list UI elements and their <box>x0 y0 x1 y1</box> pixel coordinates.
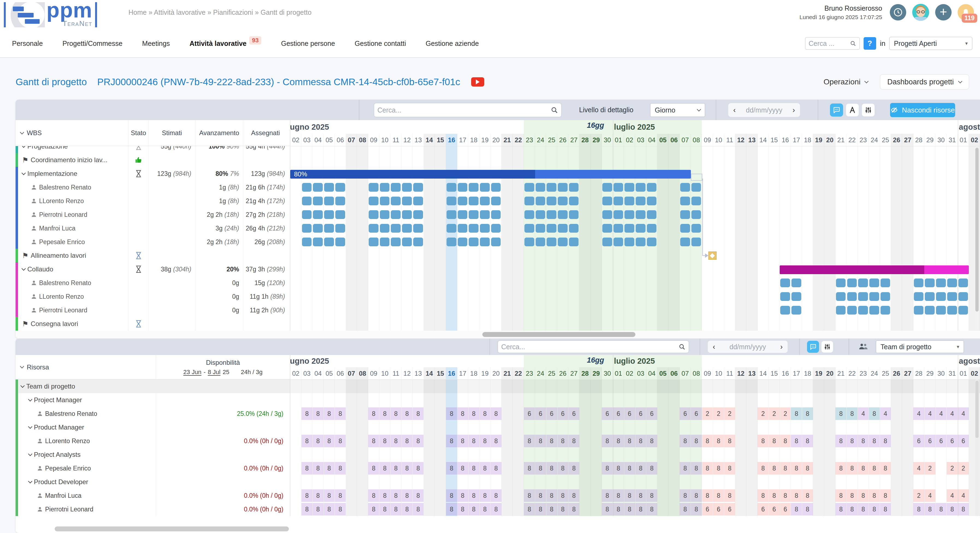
allocation-cell[interactable]: 6 <box>568 408 579 420</box>
resource-name[interactable]: Project Analysts <box>16 448 156 462</box>
task-day-segment[interactable] <box>691 224 701 233</box>
allocation-cell[interactable]: 8 <box>568 503 579 516</box>
nav-item-gestione-contatti[interactable]: Gestione contatti <box>345 38 416 49</box>
task-day-segment[interactable] <box>480 238 490 246</box>
allocation-cell[interactable]: 8 <box>835 462 846 474</box>
allocation-cell[interactable]: 8 <box>413 408 423 420</box>
allocation-cell[interactable]: 8 <box>546 462 557 474</box>
task-day-segment[interactable] <box>302 210 312 219</box>
task-day-segment[interactable] <box>836 279 846 287</box>
allocation-cell[interactable]: 8 <box>324 462 335 474</box>
allocation-cell[interactable]: 8 <box>301 489 312 502</box>
allocation-cell[interactable]: 8 <box>624 503 635 516</box>
allocation-cell[interactable]: 6 <box>947 435 958 447</box>
task-day-segment[interactable] <box>447 183 457 192</box>
allocation-cell[interactable]: 8 <box>602 462 613 474</box>
summary-bar-impl[interactable]: 80% <box>290 170 691 179</box>
allocation-cell[interactable]: 8 <box>869 462 880 474</box>
expand-chevron-icon[interactable] <box>22 171 26 175</box>
wbs-item-name[interactable]: LLorento Renzo <box>16 194 129 208</box>
task-day-segment[interactable] <box>413 210 423 219</box>
allocation-cell[interactable]: 6 <box>557 408 568 420</box>
allocation-cell[interactable]: 8 <box>568 489 579 502</box>
allocation-cell[interactable]: 8 <box>835 408 846 420</box>
resource-row-manfroi-luca[interactable]: Manfroi Luca0.0% (0h / 0g) <box>16 489 290 503</box>
allocation-cell[interactable]: 6 <box>702 503 713 516</box>
nav-item-progetti-commesse[interactable]: Progetti/Commesse <box>53 38 132 49</box>
notifications-bell-icon[interactable]: 119 <box>958 4 974 21</box>
allocation-cell[interactable]: 8 <box>313 489 324 502</box>
task-day-segment[interactable] <box>302 197 312 205</box>
allocation-cell[interactable]: 4 <box>936 408 947 420</box>
task-day-segment[interactable] <box>558 238 568 246</box>
task-day-segment[interactable] <box>791 306 801 314</box>
task-day-segment[interactable] <box>324 224 334 233</box>
task-day-segment[interactable] <box>858 292 868 301</box>
allocation-cell[interactable]: 8 <box>724 489 735 502</box>
allocation-cell[interactable]: 8 <box>913 503 924 516</box>
allocation-cell[interactable]: 8 <box>535 462 546 474</box>
allocation-cell[interactable]: 8 <box>446 462 457 474</box>
task-day-segment[interactable] <box>447 224 457 233</box>
task-day-segment[interactable] <box>536 210 546 219</box>
allocation-cell[interactable]: 8 <box>391 462 401 474</box>
allocation-cell[interactable]: 8 <box>524 503 535 516</box>
allocation-cell[interactable]: 6 <box>624 408 635 420</box>
allocation-cell[interactable]: 8 <box>724 435 735 447</box>
task-day-segment[interactable] <box>914 279 924 287</box>
resource-name[interactable]: Project Manager <box>16 393 156 407</box>
task-day-segment[interactable] <box>413 224 423 233</box>
task-day-segment[interactable] <box>458 224 468 233</box>
allocation-cell[interactable]: 8 <box>301 408 312 420</box>
task-day-segment[interactable] <box>958 279 968 287</box>
allocation-cell[interactable]: 8 <box>524 462 535 474</box>
task-day-segment[interactable] <box>335 197 345 205</box>
allocation-cell[interactable]: 8 <box>791 435 802 447</box>
task-day-segment[interactable] <box>313 197 323 205</box>
allocation-cell[interactable]: 8 <box>368 435 379 447</box>
task-day-segment[interactable] <box>335 210 345 219</box>
task-day-segment[interactable] <box>936 306 946 314</box>
allocation-cell[interactable]: 8 <box>635 503 646 516</box>
allocation-cell[interactable]: 8 <box>769 489 780 502</box>
task-day-segment[interactable] <box>614 224 624 233</box>
allocation-cell[interactable]: 8 <box>858 489 869 502</box>
resource-name[interactable]: Balestreno Renato <box>16 407 156 420</box>
allocation-cell[interactable]: 8 <box>490 462 501 474</box>
task-day-segment[interactable] <box>636 238 646 246</box>
allocation-cell[interactable]: 8 <box>324 503 335 516</box>
allocation-cell[interactable]: 8 <box>780 489 791 502</box>
allocation-cell[interactable]: 2 <box>947 462 958 474</box>
task-day-segment[interactable] <box>558 224 568 233</box>
allocation-cell[interactable]: 8 <box>646 489 657 502</box>
allocation-cell[interactable]: 8 <box>324 435 335 447</box>
allocation-cell[interactable]: 8 <box>546 435 557 447</box>
allocation-cell[interactable]: 8 <box>802 489 813 502</box>
task-day-segment[interactable] <box>536 197 546 205</box>
allocation-cell[interactable]: 8 <box>546 489 557 502</box>
allocation-cell[interactable]: 8 <box>490 503 501 516</box>
wbs-item-name[interactable]: LLorento Renzo <box>16 290 129 303</box>
allocation-cell[interactable]: 8 <box>846 462 858 474</box>
wbs-item-name[interactable]: ⚑Consegna lavori <box>16 317 129 331</box>
nav-item-meetings[interactable]: Meetings <box>132 38 180 49</box>
task-day-segment[interactable] <box>335 224 345 233</box>
allocation-cell[interactable]: 8 <box>702 435 713 447</box>
allocation-cell[interactable]: 8 <box>557 462 568 474</box>
task-day-segment[interactable] <box>624 224 634 233</box>
allocation-cell[interactable]: 8 <box>702 489 713 502</box>
resources-date-navigator[interactable]: ‹ dd/mm/yyyy › <box>708 341 788 353</box>
allocation-cell[interactable]: 6 <box>958 435 969 447</box>
task-day-segment[interactable] <box>469 210 479 219</box>
wbs-header-cell[interactable]: WBS <box>16 120 129 146</box>
task-day-segment[interactable] <box>380 224 390 233</box>
task-day-segment[interactable] <box>369 197 379 205</box>
project-title[interactable]: PRJ00000246 (PNW-7b-49-222-8ad-233) - Co… <box>97 76 460 87</box>
allocation-cell[interactable]: 8 <box>391 489 401 502</box>
allocation-cell[interactable]: 8 <box>480 503 490 516</box>
task-day-segment[interactable] <box>547 197 557 205</box>
allocation-cell[interactable]: 8 <box>413 462 423 474</box>
wbs-row-balestreno-renato[interactable]: Balestreno Renato0g15g(120h) <box>16 276 290 290</box>
task-day-segment[interactable] <box>335 183 345 192</box>
allocation-cell[interactable]: 8 <box>301 435 312 447</box>
